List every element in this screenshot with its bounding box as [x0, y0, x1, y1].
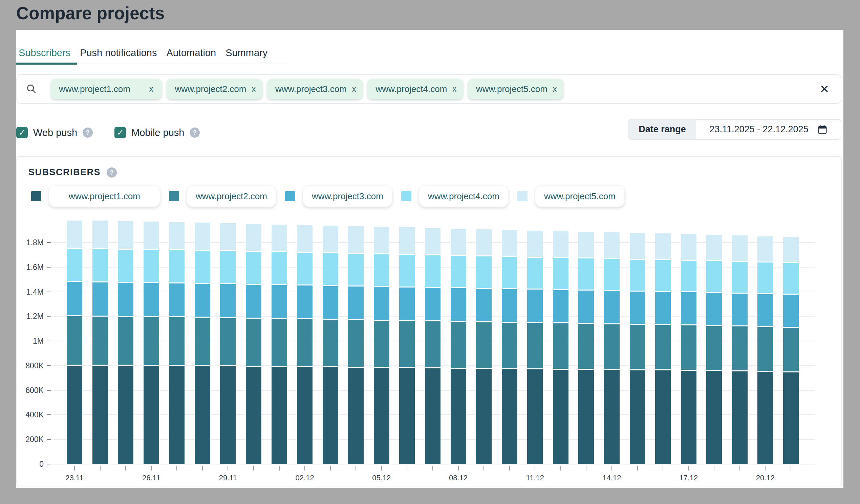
stacked-bar-06.12[interactable]	[399, 227, 415, 464]
bar-segment	[502, 323, 517, 369]
stacked-bar-13.12[interactable]	[578, 232, 594, 464]
stacked-bar-04.12[interactable]	[348, 226, 364, 464]
stacked-bar-11.12[interactable]	[527, 231, 543, 464]
y-axis-label: 1.2M	[17, 312, 44, 321]
clear-search-button[interactable]: ✕	[820, 83, 830, 95]
remove-tag-icon[interactable]: x	[352, 85, 356, 94]
bar-segment	[425, 288, 441, 321]
x-axis-tick	[791, 466, 791, 471]
stacked-bar-02.12[interactable]	[297, 225, 313, 464]
stacked-bar-26.11[interactable]	[144, 222, 159, 464]
x-axis-label: 11.12	[520, 474, 550, 483]
mobile-push-help-icon[interactable]: ?	[190, 128, 200, 138]
tab-automation[interactable]: Automation	[166, 47, 216, 59]
bar-segment	[502, 230, 517, 257]
bar-segment	[757, 236, 773, 263]
stacked-bar-23.11[interactable]	[67, 221, 82, 464]
stacked-bar-28.11[interactable]	[195, 223, 210, 464]
stacked-bar-09.12[interactable]	[476, 229, 492, 464]
stacked-bar-25.11[interactable]	[118, 221, 133, 464]
web-push-help-icon[interactable]: ?	[83, 128, 93, 138]
bar-segment	[706, 235, 722, 261]
bar-segment	[374, 368, 389, 464]
stacked-bar-15.12[interactable]	[630, 233, 645, 464]
stacked-bar-07.12[interactable]	[425, 228, 441, 464]
web-push-checkbox[interactable]: ✓	[16, 127, 28, 138]
y-axis-tick	[47, 242, 51, 243]
stacked-bar-08.12[interactable]	[451, 229, 466, 464]
bar-segment	[604, 232, 620, 259]
bar-segment	[67, 249, 82, 282]
project-tag[interactable]: www.project1.comx	[51, 79, 162, 99]
bar-segment	[451, 288, 466, 322]
stacked-bar-05.12[interactable]	[374, 227, 389, 464]
bar-segment	[322, 253, 338, 286]
stacked-bar-14.12[interactable]	[604, 232, 620, 464]
calendar-icon[interactable]	[817, 124, 828, 135]
bar-segment	[195, 251, 210, 283]
x-axis-tick	[100, 466, 101, 471]
y-axis-tick	[47, 439, 51, 440]
bar-segment	[67, 316, 82, 366]
bar-segment	[297, 253, 313, 286]
bar-segment	[425, 321, 441, 368]
bar-segment	[681, 234, 697, 261]
stacked-bar-18.12[interactable]	[706, 235, 722, 464]
bar-segment	[630, 233, 645, 260]
stacked-bar-29.11[interactable]	[220, 223, 236, 464]
stacked-bar-10.12[interactable]	[502, 230, 517, 464]
x-axis-tick	[714, 466, 714, 471]
stacked-bar-01.12[interactable]	[272, 225, 287, 464]
bar-segment	[476, 229, 492, 256]
date-range-picker[interactable]: Date range 23.11.2025 - 22.12.2025	[628, 119, 841, 140]
bar-segment	[322, 286, 338, 320]
bar-segment	[732, 262, 748, 293]
stacked-bar-03.12[interactable]	[322, 226, 338, 464]
y-axis-tick	[47, 316, 51, 316]
stacked-bar-21.12[interactable]	[783, 237, 799, 464]
push-type-filters: ✓ Web push ? ✓ Mobile push ?	[16, 127, 200, 138]
y-axis-label: 600K	[17, 386, 44, 395]
bar-segment	[655, 260, 671, 292]
y-axis-label: 1.4M	[17, 287, 44, 297]
stacked-bar-16.12[interactable]	[655, 233, 671, 464]
x-axis-tick	[151, 466, 152, 471]
project-tag[interactable]: www.project5.comx	[468, 79, 563, 99]
project-search-field[interactable]: www.project1.comxwww.project2.comxwww.pr…	[16, 74, 841, 104]
bar-segment	[783, 328, 799, 372]
remove-tag-icon[interactable]: x	[452, 85, 456, 94]
bar-segment	[451, 322, 466, 368]
bar-segment	[67, 282, 82, 316]
bar-segment	[681, 325, 697, 371]
tabs: SubscribersPush notificationsAutomationS…	[19, 47, 268, 59]
bar-segment	[220, 366, 236, 464]
project-tag[interactable]: www.project3.comx	[267, 79, 363, 99]
bar-segment	[246, 318, 261, 367]
stacked-bar-24.11[interactable]	[92, 221, 108, 464]
stacked-bar-19.12[interactable]	[732, 235, 748, 464]
mobile-push-checkbox[interactable]: ✓	[114, 127, 126, 138]
bar-segment	[476, 256, 492, 288]
stacked-bar-20.12[interactable]	[757, 236, 773, 464]
project-tag[interactable]: www.project4.comx	[367, 79, 463, 99]
bar-segment	[604, 291, 620, 324]
tab-subscribers[interactable]: Subscribers	[19, 47, 70, 59]
stacked-bar-17.12[interactable]	[681, 234, 697, 464]
project-tag[interactable]: www.project2.comx	[167, 79, 262, 99]
date-range-value[interactable]: 23.11.2025 - 22.12.2025	[696, 120, 841, 139]
remove-tag-icon[interactable]: x	[149, 85, 153, 94]
tab-push-notifications[interactable]: Push notifications	[80, 47, 157, 59]
bar-segment	[195, 366, 210, 464]
bar-segment	[67, 221, 82, 249]
bar-segment	[399, 368, 415, 464]
project-tag-label: www.project3.com	[275, 84, 347, 94]
stacked-bar-30.11[interactable]	[246, 224, 261, 464]
tab-summary[interactable]: Summary	[226, 47, 268, 59]
bar-segment	[655, 233, 671, 260]
stacked-bar-27.11[interactable]	[169, 222, 185, 464]
x-axis-tick	[484, 466, 484, 471]
bar-segment	[502, 369, 517, 464]
stacked-bar-12.12[interactable]	[553, 231, 569, 464]
remove-tag-icon[interactable]: x	[252, 85, 256, 94]
remove-tag-icon[interactable]: x	[553, 85, 557, 94]
